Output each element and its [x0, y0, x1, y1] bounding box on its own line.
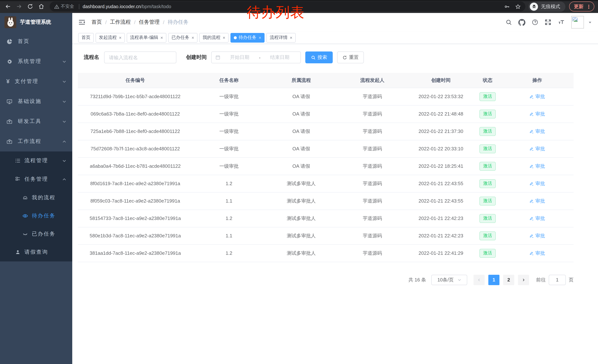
tab-todo-tasks[interactable]: 待办任务×: [231, 33, 265, 42]
sidebar-item-done-tasks[interactable]: 已办任务: [0, 225, 72, 243]
sidebar-collapse-button[interactable]: [78, 18, 86, 26]
page-size-select[interactable]: 10条/页: [431, 275, 467, 285]
table-row: 58154733-7ac8-11ec-a9e2-a2380e71991a1.2测…: [78, 210, 573, 227]
browser-back-button[interactable]: [3, 2, 12, 11]
approve-button[interactable]: 审批: [530, 145, 545, 152]
start-date-placeholder[interactable]: 开始日期: [223, 54, 257, 61]
tab-label: 流程表单-编辑: [130, 34, 158, 41]
sidebar-item-label: 系统管理: [18, 58, 57, 65]
tab-close-icon[interactable]: ×: [223, 35, 225, 40]
avatar[interactable]: [571, 16, 584, 29]
page-button-2[interactable]: 2: [503, 275, 514, 285]
approve-button[interactable]: 审批: [530, 215, 545, 222]
edit-icon: [530, 129, 534, 133]
sidebar-item-system[interactable]: 系统管理: [0, 51, 72, 72]
password-key-button[interactable]: [504, 4, 510, 9]
search-button[interactable]: 搜索: [305, 51, 333, 63]
filter-bar: 流程名 创建时间 开始日期 - 结束日期 搜索: [84, 51, 573, 63]
col-starter: 流程发起人: [337, 73, 407, 88]
sidebar-item-label: 我的流程: [32, 194, 66, 201]
dashboard-icon: [6, 38, 13, 45]
list-icon: [15, 158, 21, 164]
approve-button[interactable]: 审批: [530, 198, 545, 204]
process-name-label: 流程名: [84, 54, 99, 61]
cell-created: 2022-01-21 22:42:23: [407, 227, 474, 244]
sidebar-item-leave-query[interactable]: 请假查询: [0, 243, 72, 261]
approve-button[interactable]: 审批: [530, 111, 545, 117]
browser-update-button[interactable]: 更新 ⋮: [569, 1, 594, 11]
reset-button[interactable]: 重置: [337, 51, 364, 63]
breadcrumb-task-mgmt[interactable]: 任务管理: [139, 19, 160, 25]
sidebar-item-label: 支付管理: [15, 78, 57, 85]
cell-starter: 芋道源码: [337, 122, 407, 140]
approve-button[interactable]: 审批: [530, 93, 545, 100]
reload-icon: [27, 3, 33, 10]
edit-icon: [530, 94, 534, 99]
bookmark-star-button[interactable]: [515, 4, 521, 9]
tab-close-icon[interactable]: ×: [160, 35, 163, 40]
eye-closed-icon: [22, 231, 28, 237]
breadcrumb-home[interactable]: 首页: [91, 19, 102, 25]
breadcrumb-workflow[interactable]: 工作流程: [110, 19, 131, 25]
table-header-row: 任务编号 任务名称 所属流程 流程发起人 创建时间 状态 操作: [78, 73, 573, 88]
header-font-size-button[interactable]: [558, 19, 565, 25]
end-date-placeholder[interactable]: 结束日期: [263, 54, 297, 61]
col-task-id: 任务编号: [78, 73, 193, 88]
tab-done-tasks[interactable]: 已办任务×: [168, 33, 198, 42]
cell-process: 测试多审批人: [265, 192, 337, 210]
cell-task-name: 1.1: [193, 192, 265, 210]
sidebar-item-devtools[interactable]: 研发工具: [0, 112, 72, 131]
approve-button[interactable]: 审批: [530, 128, 545, 135]
browser-reload-button[interactable]: [25, 2, 34, 11]
tab-form-edit[interactable]: 流程表单-编辑×: [127, 33, 166, 42]
sidebar-item-home[interactable]: 首页: [0, 32, 72, 51]
header-search-button[interactable]: [505, 19, 512, 25]
sidebar-item-label: 工作流程: [18, 138, 57, 145]
sidebar-item-todo-tasks[interactable]: 待办任务: [0, 207, 72, 225]
sidebar-logo[interactable]: 芋道管理系统: [0, 13, 72, 32]
next-page-button[interactable]: [518, 275, 529, 285]
sidebar-item-infra[interactable]: 基础设施: [0, 91, 72, 112]
robot-icon: [22, 194, 28, 201]
sidebar-item-process-mgmt[interactable]: 流程管理: [0, 152, 72, 170]
header-help-button[interactable]: [532, 19, 538, 25]
cell-task-name: 1.2: [193, 210, 265, 227]
more-vert-icon[interactable]: ⋮: [586, 4, 591, 9]
table-row: 8f059c03-7ac8-11ec-a9e2-a2380e71991a1.1测…: [78, 192, 573, 210]
goto-page-input[interactable]: [549, 275, 566, 285]
page-button-1[interactable]: 1: [488, 275, 499, 285]
cell-created: 2022-01-22 18:25:41: [407, 157, 474, 175]
tab-home[interactable]: 首页: [78, 33, 94, 42]
approve-button[interactable]: 审批: [530, 180, 545, 187]
approve-button[interactable]: 审批: [530, 163, 545, 170]
date-range-picker[interactable]: 开始日期 - 结束日期: [211, 51, 301, 63]
sidebar-item-payment[interactable]: ¥ 支付管理: [0, 72, 72, 91]
status-badge: 激活: [479, 109, 496, 118]
tab-my-process[interactable]: 我的流程×: [199, 33, 229, 42]
tab-close-icon[interactable]: ×: [290, 35, 292, 40]
approve-button[interactable]: 审批: [530, 232, 545, 239]
tab-close-icon[interactable]: ×: [259, 35, 261, 40]
tab-process-detail[interactable]: 流程详情×: [266, 33, 296, 42]
browser-forward-button[interactable]: [15, 2, 23, 11]
calendar-icon: [215, 55, 220, 60]
sidebar: 芋道管理系统 首页 系统管理 ¥ 支付管理 基础设施: [0, 13, 72, 364]
sidebar-item-workflow[interactable]: 工作流程: [0, 131, 72, 152]
header-fullscreen-button[interactable]: [545, 19, 551, 25]
caret-down-icon: [588, 21, 592, 25]
avatar-menu-button[interactable]: [588, 19, 592, 25]
chevron-down-icon: [62, 119, 66, 123]
sidebar-item-label: 任务管理: [25, 176, 58, 183]
sidebar-item-task-mgmt[interactable]: 任务管理: [0, 170, 72, 188]
breadcrumb: 首页 / 工作流程 / 任务管理 / 待办任务: [91, 19, 188, 25]
approve-button[interactable]: 审批: [530, 250, 545, 256]
tab-close-icon[interactable]: ×: [119, 35, 122, 40]
header-github-button[interactable]: [518, 19, 525, 26]
tab-start-process[interactable]: 发起流程×: [96, 33, 125, 42]
process-name-input[interactable]: [104, 51, 176, 63]
prev-page-button[interactable]: [473, 275, 485, 285]
sidebar-item-my-process[interactable]: 我的流程: [0, 188, 72, 207]
tab-close-icon[interactable]: ×: [191, 35, 194, 40]
browser-home-button[interactable]: [37, 2, 46, 11]
pagination: 共 16 条 10条/页 1 2: [78, 275, 573, 285]
